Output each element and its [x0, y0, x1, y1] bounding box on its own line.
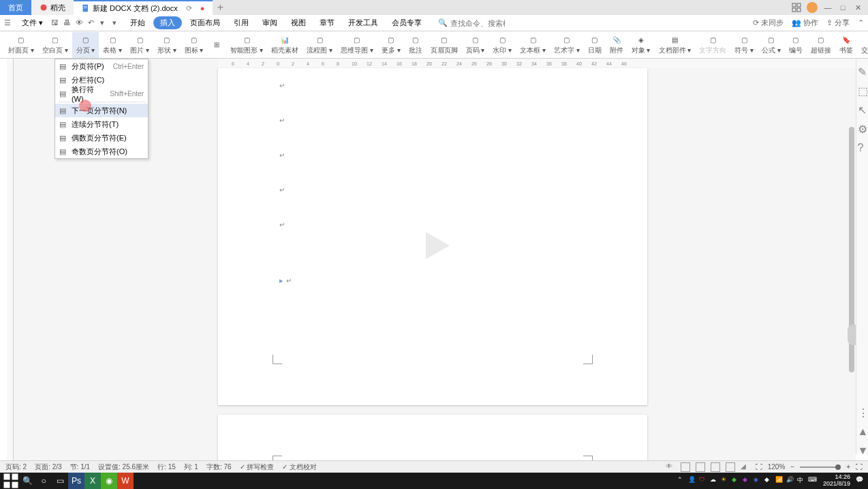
- maximize-icon[interactable]: □: [838, 3, 848, 12]
- tray-app3-icon[interactable]: ◆: [754, 476, 763, 486]
- dropdown-item-odd-page[interactable]: ▤奇数页分节符(O): [55, 145, 148, 158]
- minimize-icon[interactable]: —: [823, 3, 833, 12]
- redo-icon[interactable]: ▾: [100, 18, 110, 28]
- dropdown-item-continuous[interactable]: ▤连续分节符(T): [55, 117, 148, 131]
- status-column[interactable]: 列: 1: [184, 462, 198, 472]
- tray-up-icon[interactable]: ⌃: [677, 476, 687, 486]
- dropdown-item-even-page[interactable]: ▤偶数页分节符(E): [55, 131, 148, 145]
- vertical-ruler[interactable]: [7, 59, 14, 473]
- hamburger-icon[interactable]: ☰: [4, 18, 14, 28]
- view-web-icon[interactable]: [711, 462, 720, 472]
- tab-reference[interactable]: 引用: [228, 16, 254, 29]
- tab-home[interactable]: 首页: [0, 0, 31, 15]
- status-section[interactable]: 节: 1/1: [70, 462, 90, 472]
- eraser-icon[interactable]: ◢: [741, 462, 750, 472]
- photoshop-icon[interactable]: Ps: [68, 473, 84, 489]
- ribbon-符号[interactable]: ▢符号 ▾: [730, 32, 758, 58]
- undo-icon[interactable]: ↶: [88, 18, 97, 28]
- scroll-handle[interactable]: [848, 325, 856, 345]
- settings-icon[interactable]: ⚙: [858, 123, 867, 132]
- ribbon-对象[interactable]: ◈对象 ▾: [627, 32, 655, 58]
- view-outline-icon[interactable]: [696, 462, 705, 472]
- collapse-ribbon-icon[interactable]: ⌃: [858, 18, 864, 27]
- ribbon-空白页[interactable]: ▢空白页 ▾: [38, 32, 72, 58]
- ribbon-文本框[interactable]: ▢文本框 ▾: [516, 32, 550, 58]
- start-icon[interactable]: [3, 473, 19, 489]
- share-button[interactable]: ⇪ 分享: [826, 18, 850, 28]
- ribbon-puzzle[interactable]: ⊞: [207, 32, 226, 58]
- close-icon[interactable]: ✕: [853, 3, 863, 12]
- ribbon-文字方向[interactable]: ▢文字方向: [695, 32, 730, 58]
- tab-member[interactable]: 会员专享: [386, 16, 427, 29]
- dropdown-item-line-break[interactable]: ▤换行符(W)Shift+Enter: [55, 87, 148, 100]
- ribbon-分页[interactable]: ▢分页 ▾: [72, 32, 99, 58]
- ribbon-附件[interactable]: 📎附件: [606, 32, 627, 58]
- tray-people-icon[interactable]: 👤: [688, 476, 698, 486]
- browser-icon[interactable]: ◉: [101, 473, 117, 489]
- status-words[interactable]: 字数: 76: [206, 462, 232, 472]
- ribbon-编号[interactable]: ▢编号: [785, 32, 807, 58]
- view-read-icon[interactable]: [726, 462, 735, 472]
- taskview-icon[interactable]: ▭: [52, 473, 68, 489]
- ribbon-文档部件[interactable]: ▤文档部件 ▾: [655, 32, 696, 58]
- select-icon[interactable]: ⬚: [858, 85, 867, 94]
- search-box[interactable]: 🔍: [438, 18, 505, 27]
- coop-button[interactable]: 👥 协作: [792, 18, 818, 28]
- ribbon-超链接[interactable]: ▢超链接: [807, 32, 835, 58]
- ribbon-表格[interactable]: ▢表格 ▾: [99, 32, 126, 58]
- notification-icon[interactable]: 💬: [856, 476, 865, 486]
- more-icon[interactable]: ▾: [112, 18, 122, 28]
- ribbon-形状[interactable]: ▢形状 ▾: [153, 32, 181, 58]
- eye-icon[interactable]: 👁: [666, 462, 675, 472]
- ribbon-书签[interactable]: 🔖书签: [835, 32, 857, 58]
- ribbon-思维导图[interactable]: ▢思维导图 ▾: [337, 32, 377, 58]
- tray-volume-icon[interactable]: 🔊: [786, 476, 796, 486]
- status-position[interactable]: 设置值: 25.6厘米: [98, 462, 149, 472]
- tray-cloud-icon[interactable]: ☁: [710, 476, 719, 486]
- print-icon[interactable]: 🖶: [63, 18, 73, 28]
- ribbon-公式[interactable]: ▢公式 ▾: [758, 32, 785, 58]
- status-page[interactable]: 页码: 2: [5, 462, 27, 472]
- ribbon-页眉页脚[interactable]: ▢页眉页脚: [427, 32, 462, 58]
- dots-icon[interactable]: ⋮: [858, 406, 867, 416]
- file-menu[interactable]: 文件 ▾: [16, 16, 48, 29]
- ribbon-更多[interactable]: ▢更多 ▾: [377, 32, 405, 58]
- avatar[interactable]: [807, 2, 818, 13]
- tray-sun-icon[interactable]: ☀: [721, 476, 730, 486]
- ribbon-智能图形[interactable]: ▢智能图形 ▾: [226, 32, 267, 58]
- tab-start[interactable]: 开始: [125, 16, 151, 29]
- cursor-icon[interactable]: ↖: [858, 104, 867, 113]
- tab-layout[interactable]: 页面布局: [185, 16, 226, 29]
- tab-add[interactable]: +: [213, 1, 228, 14]
- ribbon-流程图[interactable]: ▢流程图 ▾: [303, 32, 337, 58]
- tab-close-icon[interactable]: ●: [200, 4, 205, 12]
- ribbon-图标[interactable]: ▢图标 ▾: [181, 32, 208, 58]
- fullscreen-icon[interactable]: ⛶: [856, 463, 863, 471]
- status-line[interactable]: 行: 15: [157, 462, 176, 472]
- ribbon-艺术字[interactable]: ▢艺术字 ▾: [550, 32, 584, 58]
- search-icon[interactable]: 🔍: [19, 473, 35, 489]
- tab-review[interactable]: 审阅: [257, 16, 283, 29]
- unsync-status[interactable]: ⟳ 未同步: [753, 18, 784, 28]
- dropdown-item-next-section[interactable]: ▤下一页分节符(N): [55, 104, 148, 117]
- ribbon-图片[interactable]: ▢图片 ▾: [126, 32, 153, 58]
- pencil-icon[interactable]: ✎: [858, 65, 867, 75]
- tab-view[interactable]: 视图: [285, 16, 311, 29]
- zoom-slider[interactable]: [800, 466, 841, 468]
- ribbon-水印[interactable]: ▢水印 ▾: [489, 32, 516, 58]
- ribbon-封面页[interactable]: ▢封面页 ▾: [4, 32, 38, 58]
- dropdown-item-page-break[interactable]: ▤分页符(P)Ctrl+Enter: [55, 59, 148, 73]
- zoom-level[interactable]: 120%: [768, 463, 786, 471]
- save-icon[interactable]: 🖫: [51, 18, 61, 28]
- up-icon[interactable]: ▲: [858, 426, 867, 435]
- tray-keyboard-icon[interactable]: ⌨: [808, 476, 818, 486]
- tab-document[interactable]: 新建 DOCX 文档 (2).docx ⟳ ●: [74, 0, 213, 15]
- tab-refresh-icon[interactable]: ⟳: [186, 4, 192, 13]
- cortana-icon[interactable]: ○: [35, 473, 52, 489]
- clock[interactable]: 14:26 2021/8/19: [819, 474, 854, 488]
- zoom-in-icon[interactable]: +: [846, 463, 850, 471]
- search-input[interactable]: [450, 19, 505, 27]
- ribbon-交叉引用[interactable]: ⇄交叉引用: [857, 32, 868, 58]
- ribbon-日期[interactable]: ▢日期: [584, 32, 606, 58]
- tab-dev[interactable]: 开发工具: [343, 16, 384, 29]
